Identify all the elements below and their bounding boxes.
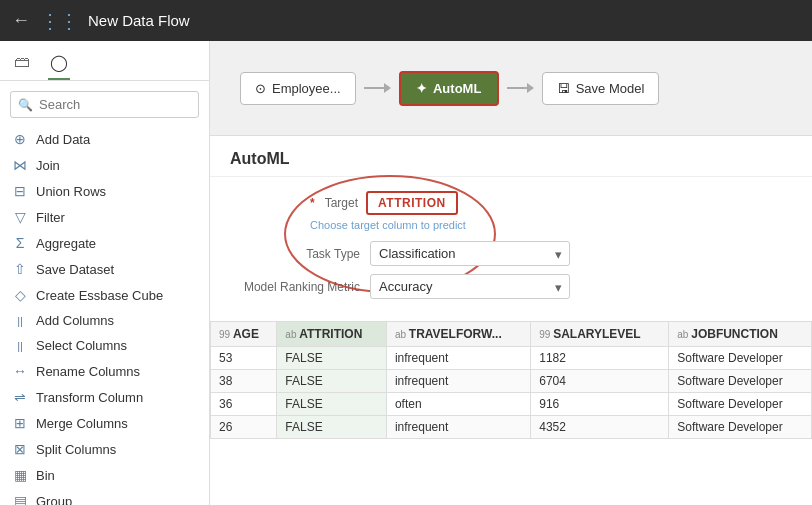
select-columns-icon: || bbox=[12, 340, 28, 352]
metric-label: Model Ranking Metric bbox=[230, 280, 360, 294]
table-cell: 26 bbox=[211, 416, 277, 439]
table-row: 26FALSEinfrequent4352Software Developer bbox=[211, 416, 812, 439]
page-title: New Data Flow bbox=[88, 12, 190, 29]
sidebar-item-label: Rename Columns bbox=[36, 364, 140, 379]
automl-icon: ✦ bbox=[416, 81, 427, 96]
sidebar-item-filter[interactable]: ▽ Filter bbox=[0, 204, 209, 230]
table-cell: infrequent bbox=[386, 370, 530, 393]
search-icon: 🔍 bbox=[18, 98, 33, 112]
task-type-select[interactable]: Classification bbox=[370, 241, 570, 266]
target-label: Target bbox=[325, 196, 358, 210]
sidebar-item-transform-column[interactable]: ⇌ Transform Column bbox=[0, 384, 209, 410]
detail-panel: AutoML * Target ATTRITION Choose target … bbox=[210, 136, 812, 505]
flow-node-automl[interactable]: ✦ AutoML bbox=[399, 71, 499, 106]
sidebar-item-label: Split Columns bbox=[36, 442, 116, 457]
table-cell: 916 bbox=[531, 393, 669, 416]
metric-select-wrap: Accuracy bbox=[370, 274, 570, 299]
table-cell: Software Developer bbox=[669, 416, 812, 439]
filter-icon: ▽ bbox=[12, 209, 28, 225]
table-cell: 1182 bbox=[531, 347, 669, 370]
sidebar-item-save-dataset[interactable]: ⇧ Save Dataset bbox=[0, 256, 209, 282]
sidebar-item-bin[interactable]: ▦ Bin bbox=[0, 462, 209, 488]
sidebar-item-add-columns[interactable]: || Add Columns bbox=[0, 308, 209, 333]
union-rows-icon: ⊟ bbox=[12, 183, 28, 199]
aggregate-icon: Σ bbox=[12, 235, 28, 251]
save-dataset-icon: ⇧ bbox=[12, 261, 28, 277]
flow-area: ⊙ Employee... ✦ AutoML 🖫 Save Model bbox=[210, 41, 812, 136]
main-layout: 🗃 ◯ 🔍 ⊕ Add Data ⋈ Join ⊟ Union Rows ▽ F… bbox=[0, 41, 812, 505]
save-model-icon: 🖫 bbox=[557, 81, 570, 96]
table-cell: infrequent bbox=[386, 416, 530, 439]
data-table: 99 AGE ab ATTRITION ab TRAVELFORW... bbox=[210, 321, 812, 439]
table-cell: FALSE bbox=[277, 347, 387, 370]
sidebar-item-join[interactable]: ⋈ Join bbox=[0, 152, 209, 178]
task-type-select-wrap: Classification bbox=[370, 241, 570, 266]
sidebar-item-union-rows[interactable]: ⊟ Union Rows bbox=[0, 178, 209, 204]
sidebar-item-merge-columns[interactable]: ⊞ Merge Columns bbox=[0, 410, 209, 436]
breadcrumb-icon: ⋮⋮ bbox=[40, 9, 78, 33]
sidebar-item-label: Add Columns bbox=[36, 313, 114, 328]
target-badge[interactable]: ATTRITION bbox=[366, 191, 458, 215]
flow-connector-1 bbox=[364, 83, 391, 93]
transform-column-icon: ⇌ bbox=[12, 389, 28, 405]
sidebar-item-aggregate[interactable]: Σ Aggregate bbox=[0, 230, 209, 256]
sidebar-tabs: 🗃 ◯ bbox=[0, 41, 209, 81]
data-table-container: 99 AGE ab ATTRITION ab TRAVELFORW... bbox=[210, 321, 812, 439]
table-row: 53FALSEinfrequent1182Software Developer bbox=[211, 347, 812, 370]
flow-node-label: Save Model bbox=[576, 81, 645, 96]
task-type-row: Task Type Classification bbox=[230, 241, 792, 266]
sidebar-item-label: Merge Columns bbox=[36, 416, 128, 431]
sidebar-item-select-columns[interactable]: || Select Columns bbox=[0, 333, 209, 358]
target-row: * Target ATTRITION bbox=[230, 191, 792, 215]
table-cell: Software Developer bbox=[669, 347, 812, 370]
sidebar-item-rename-columns[interactable]: ↔ Rename Columns bbox=[0, 358, 209, 384]
table-cell: Software Developer bbox=[669, 370, 812, 393]
add-data-icon: ⊕ bbox=[12, 131, 28, 147]
table-row: 38FALSEinfrequent6704Software Developer bbox=[211, 370, 812, 393]
sidebar-item-label: Add Data bbox=[36, 132, 90, 147]
sidebar-item-label: Transform Column bbox=[36, 390, 143, 405]
sidebar-item-label: Bin bbox=[36, 468, 55, 483]
main-panel: ⊙ Employee... ✦ AutoML 🖫 Save Model Au bbox=[210, 41, 812, 505]
table-cell: 36 bbox=[211, 393, 277, 416]
flow-node-save-model[interactable]: 🖫 Save Model bbox=[542, 72, 660, 105]
add-columns-icon: || bbox=[12, 315, 28, 327]
header: ← ⋮⋮ New Data Flow bbox=[0, 0, 812, 41]
target-asterisk: * bbox=[310, 196, 315, 210]
target-hint: Choose target column to predict bbox=[310, 219, 792, 231]
tab-database[interactable]: 🗃 bbox=[12, 49, 32, 80]
sidebar-item-add-data[interactable]: ⊕ Add Data bbox=[0, 126, 209, 152]
col-header-attrition: ab ATTRITION bbox=[277, 322, 387, 347]
table-cell: Software Developer bbox=[669, 393, 812, 416]
sidebar-item-label: Save Dataset bbox=[36, 262, 114, 277]
sidebar-item-label: Group bbox=[36, 494, 72, 506]
table-cell: FALSE bbox=[277, 370, 387, 393]
flow-node-employee[interactable]: ⊙ Employee... bbox=[240, 72, 356, 105]
panel-title: AutoML bbox=[210, 136, 812, 177]
sidebar: 🗃 ◯ 🔍 ⊕ Add Data ⋈ Join ⊟ Union Rows ▽ F… bbox=[0, 41, 210, 505]
sidebar-item-label: Create Essbase Cube bbox=[36, 288, 163, 303]
table-cell: 4352 bbox=[531, 416, 669, 439]
flow-connector-2 bbox=[507, 83, 534, 93]
group-icon: ▤ bbox=[12, 493, 28, 505]
task-type-label: Task Type bbox=[230, 247, 360, 261]
col-header-age: 99 AGE bbox=[211, 322, 277, 347]
bin-icon: ▦ bbox=[12, 467, 28, 483]
metric-row: Model Ranking Metric Accuracy bbox=[230, 274, 792, 299]
sidebar-item-label: Join bbox=[36, 158, 60, 173]
sidebar-item-split-columns[interactable]: ⊠ Split Columns bbox=[0, 436, 209, 462]
sidebar-item-label: Aggregate bbox=[36, 236, 96, 251]
search-input[interactable] bbox=[10, 91, 199, 118]
metric-select[interactable]: Accuracy bbox=[370, 274, 570, 299]
back-button[interactable]: ← bbox=[12, 10, 30, 31]
merge-columns-icon: ⊞ bbox=[12, 415, 28, 431]
search-box: 🔍 bbox=[10, 91, 199, 118]
tab-transform[interactable]: ◯ bbox=[48, 49, 70, 80]
sidebar-item-group[interactable]: ▤ Group bbox=[0, 488, 209, 505]
employee-icon: ⊙ bbox=[255, 81, 266, 96]
table-cell: often bbox=[386, 393, 530, 416]
sidebar-item-essbase[interactable]: ◇ Create Essbase Cube bbox=[0, 282, 209, 308]
essbase-icon: ◇ bbox=[12, 287, 28, 303]
sidebar-item-label: Select Columns bbox=[36, 338, 127, 353]
table-cell: infrequent bbox=[386, 347, 530, 370]
